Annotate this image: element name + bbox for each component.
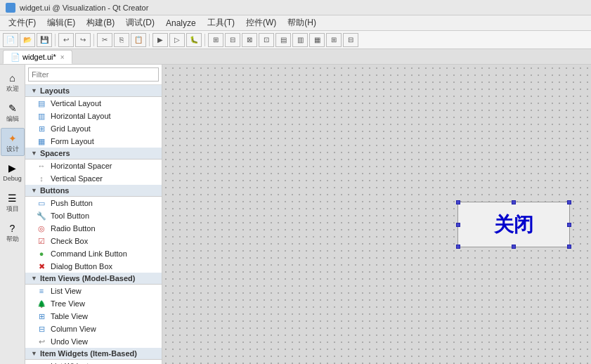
category-item-views[interactable]: ▼ Item Views (Model-Based) <box>25 273 162 285</box>
welcome-icon: ⌂ <box>6 71 20 85</box>
toolbar-new[interactable]: 📄 <box>3 33 18 47</box>
sidebar-item-debug[interactable]: ▶ Debug <box>1 157 25 186</box>
toolbar-widget6[interactable]: ▥ <box>292 33 308 47</box>
handle-middle-right[interactable] <box>567 223 571 227</box>
handle-top-right[interactable] <box>567 200 571 204</box>
widget-panel: ▼ Layouts ▤ Vertical Layout ▥ Horizontal… <box>25 65 162 364</box>
widget-horizontal-layout[interactable]: ▥ Horizontal Layout <box>25 110 162 122</box>
widget-vertical-spacer[interactable]: ↕ Vertical Spacer <box>25 172 162 185</box>
widget-dialog-button-box[interactable]: ✖ Dialog Button Box <box>25 260 162 273</box>
sidebar-label-welcome: 欢迎 <box>6 85 19 93</box>
debug-icon: ▶ <box>6 161 20 175</box>
sidebar-item-help[interactable]: ? 帮助 <box>1 218 25 247</box>
column-view-icon: ⊟ <box>37 324 46 334</box>
handle-bottom-left[interactable] <box>456 245 460 249</box>
toolbar: 📄 📂 💾 ↩ ↪ ✂ ⎘ 📋 ▶ ▷ 🐛 ⊞ ⊟ ⊠ ⊡ ▤ ▥ ▦ ⊞ ⊟ <box>0 31 591 49</box>
toolbar-widget1[interactable]: ⊞ <box>208 33 223 47</box>
toolbar-run[interactable]: ▷ <box>169 33 185 47</box>
widget-grid-layout[interactable]: ⊞ Grid Layout <box>25 122 162 135</box>
toolbar-sep-3 <box>149 34 150 46</box>
menu-bar: 文件(F) 编辑(E) 构建(B) 调试(D) Analyze 工具(T) 控件… <box>0 15 591 31</box>
category-item-widgets[interactable]: ▼ Item Widgets (Item-Based) <box>25 348 162 360</box>
widget-form-layout[interactable]: ▦ Form Layout <box>25 135 162 148</box>
projects-icon: ☰ <box>6 191 20 205</box>
list-view-icon: ≡ <box>37 286 46 296</box>
check-box-icon: ☑ <box>37 236 46 246</box>
menu-tools[interactable]: 工具(T) <box>202 15 240 30</box>
widget-list-view[interactable]: ≡ List View <box>25 285 162 297</box>
widget-undo-view[interactable]: ↩ Undo View <box>25 335 162 348</box>
canvas-widget[interactable]: 关闭 <box>457 202 570 247</box>
undo-view-icon: ↩ <box>37 337 46 346</box>
toolbar-redo[interactable]: ↪ <box>75 33 91 47</box>
canvas-area[interactable]: 关闭 <box>162 65 591 364</box>
menu-build[interactable]: 构建(B) <box>81 15 120 30</box>
menu-analyze[interactable]: Analyze <box>160 17 202 30</box>
app-icon <box>6 3 15 13</box>
widget-command-link-button[interactable]: ● Command Link Button <box>25 247 162 260</box>
menu-help[interactable]: 帮助(H) <box>282 15 322 30</box>
sidebar-item-edit[interactable]: ✎ 编辑 <box>1 98 25 126</box>
toolbar-paste[interactable]: 📋 <box>131 33 146 47</box>
handle-top-left[interactable] <box>456 200 460 204</box>
tab-close-button[interactable]: × <box>60 53 65 61</box>
menu-edit[interactable]: 编辑(E) <box>41 15 81 30</box>
sidebar-label-projects: 项目 <box>6 205 19 213</box>
widget-list-widget[interactable]: ≡ List Widget <box>25 360 162 364</box>
window-title: widget.ui @ Visualization - Qt Creator <box>20 4 148 12</box>
category-layouts[interactable]: ▼ Layouts <box>25 85 162 97</box>
toolbar-widget5[interactable]: ▤ <box>275 33 291 47</box>
buttons-arrow: ▼ <box>31 187 37 194</box>
toolbar-save[interactable]: 💾 <box>37 33 52 47</box>
menu-file[interactable]: 文件(F) <box>3 15 41 30</box>
widget-text: 关闭 <box>458 202 569 247</box>
sidebar: ⌂ 欢迎 ✎ 编辑 ✦ 设计 ▶ Debug ☰ 项目 ? 帮助 <box>0 65 25 364</box>
category-buttons[interactable]: ▼ Buttons <box>25 185 162 197</box>
toolbar-widget7[interactable]: ▦ <box>309 33 325 47</box>
widget-radio-button[interactable]: ◎ Radio Button <box>25 222 162 235</box>
horizontal-layout-icon: ▥ <box>37 111 46 121</box>
toolbar-copy[interactable]: ⎘ <box>114 33 129 47</box>
category-spacers[interactable]: ▼ Spacers <box>25 148 162 160</box>
widget-table-view[interactable]: ⊞ Table View <box>25 310 162 323</box>
menu-debug[interactable]: 调试(D) <box>120 15 160 30</box>
help-icon: ? <box>6 221 20 235</box>
filter-box <box>25 65 162 85</box>
toolbar-undo[interactable]: ↩ <box>58 33 74 47</box>
widget-push-button[interactable]: ▭ Push Button <box>25 197 162 209</box>
toolbar-widget4[interactable]: ⊡ <box>259 33 274 47</box>
widget-tool-button[interactable]: 🔧 Tool Button <box>25 209 162 222</box>
widget-check-box[interactable]: ☑ Check Box <box>25 235 162 247</box>
item-widgets-arrow: ▼ <box>31 350 37 357</box>
handle-top-center[interactable] <box>512 200 516 204</box>
sidebar-label-design: 设计 <box>6 145 19 153</box>
toolbar-build[interactable]: ▶ <box>152 33 168 47</box>
toolbar-widget2[interactable]: ⊟ <box>225 33 240 47</box>
handle-bottom-right[interactable] <box>567 245 571 249</box>
vertical-spacer-icon: ↕ <box>37 174 46 183</box>
widget-vertical-layout[interactable]: ▤ Vertical Layout <box>25 97 162 110</box>
toolbar-widget9[interactable]: ⊟ <box>343 33 358 47</box>
widget-tree-view[interactable]: 🌲 Tree View <box>25 297 162 310</box>
category-item-views-label: Item Views (Model-Based) <box>40 274 136 282</box>
sidebar-label-edit: 编辑 <box>6 115 19 123</box>
title-bar: widget.ui @ Visualization - Qt Creator <box>0 0 591 15</box>
toolbar-widget3[interactable]: ⊠ <box>242 33 257 47</box>
handle-bottom-center[interactable] <box>512 245 516 249</box>
toolbar-cut[interactable]: ✂ <box>97 33 112 47</box>
toolbar-open[interactable]: 📂 <box>20 33 35 47</box>
sidebar-item-projects[interactable]: ☰ 项目 <box>1 188 25 216</box>
item-views-arrow: ▼ <box>31 275 37 282</box>
push-button-icon: ▭ <box>37 198 46 208</box>
toolbar-widget8[interactable]: ⊞ <box>326 33 342 47</box>
widget-column-view[interactable]: ⊟ Column View <box>25 323 162 335</box>
toolbar-debug[interactable]: 🐛 <box>186 33 202 47</box>
sidebar-item-design[interactable]: ✦ 设计 <box>1 128 25 157</box>
sidebar-item-welcome[interactable]: ⌂ 欢迎 <box>1 67 25 96</box>
filter-input[interactable] <box>28 67 159 82</box>
document-tab[interactable]: 📄 widget.ui* × <box>3 50 72 64</box>
category-buttons-label: Buttons <box>40 186 70 195</box>
handle-middle-left[interactable] <box>456 223 460 227</box>
menu-widgets[interactable]: 控件(W) <box>240 15 282 30</box>
widget-horizontal-spacer[interactable]: ↔ Horizontal Spacer <box>25 160 162 172</box>
